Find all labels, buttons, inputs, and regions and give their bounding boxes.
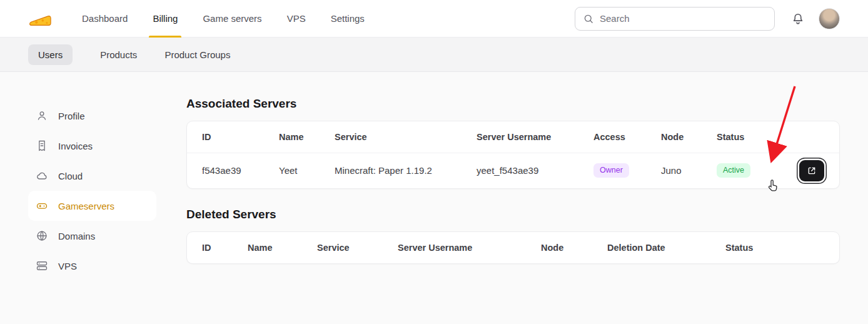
server-stack-icon [36,260,48,272]
sidebar-item-profile[interactable]: Profile [28,101,156,131]
cheese-logo-icon[interactable] [28,10,53,28]
sidebar-item-domains[interactable]: Domains [28,221,156,251]
search-box[interactable] [575,7,775,31]
sidebar-item-cloud[interactable]: Cloud [28,161,156,191]
invoice-icon [36,139,48,152]
cloud-icon [36,170,48,182]
col-node: Node [661,121,717,153]
sidebar-item-label: Gameservers [58,201,114,211]
col-id: ID [187,232,248,263]
table-header-row: ID Name Service Server Username Node Del… [187,232,839,263]
tab-product-groups[interactable]: Product Groups [164,44,230,65]
col-actions [779,121,839,153]
associated-servers-card: ID Name Service Server Username Access N… [186,121,840,189]
notifications-bell-icon[interactable] [791,12,805,26]
nav-item-settings[interactable]: Settings [318,0,377,38]
sidebar-item-label: Domains [58,231,95,241]
col-server-username: Server Username [477,121,593,153]
deleted-servers-card: ID Name Service Server Username Node Del… [186,231,840,264]
sidebar-item-vps[interactable]: VPS [28,251,156,281]
sidebar-item-gameservers[interactable]: Gameservers [28,191,156,221]
search-icon [583,13,594,24]
col-access: Access [593,121,661,153]
deleted-servers-table: ID Name Service Server Username Node Del… [187,232,839,263]
tab-users[interactable]: Users [28,44,73,65]
col-node: Node [541,232,607,263]
table-header-row: ID Name Service Server Username Access N… [187,121,839,153]
associated-servers-title: Associated Servers [186,97,840,111]
primary-nav: Dashboard Billing Game servers VPS Setti… [69,0,377,38]
deleted-servers-title: Deleted Servers [186,208,840,221]
tab-products[interactable]: Products [100,44,137,65]
user-sidebar: Profile Invoices Cloud [28,88,156,281]
col-status: Status [717,121,779,153]
sidebar-item-label: Cloud [58,171,83,181]
status-badge: Active [717,163,750,178]
col-server-username: Server Username [398,232,541,263]
globe-icon [36,230,48,242]
billing-subnav: Users Products Product Groups [0,38,868,72]
col-id: ID [187,121,279,153]
sidebar-item-invoices[interactable]: Invoices [28,131,156,161]
col-status: Status [725,232,839,263]
cell-id: f543ae39 [187,153,279,188]
access-badge: Owner [593,163,629,178]
sidebar-item-label: Invoices [58,141,93,151]
sidebar-item-label: VPS [58,261,77,271]
cell-access: Owner [593,153,661,188]
cell-server-username: yeet_f543ae39 [477,153,593,188]
nav-item-vps[interactable]: VPS [275,0,318,38]
cell-status: Active [717,153,779,188]
nav-item-billing[interactable]: Billing [140,0,190,38]
cell-service: Minecraft: Paper 1.19.2 [335,153,477,188]
col-service: Service [335,121,477,153]
cell-node: Juno [661,153,717,188]
top-navbar: Dashboard Billing Game servers VPS Setti… [0,0,868,38]
cell-name: Yeet [279,153,335,188]
gamepad-icon [36,200,48,212]
table-row: f543ae39 Yeet Minecraft: Paper 1.19.2 ye… [187,153,839,188]
sidebar-item-label: Profile [58,111,85,121]
nav-item-dashboard[interactable]: Dashboard [69,0,140,38]
col-service: Service [317,232,398,263]
external-link-icon [807,166,817,176]
nav-item-game-servers[interactable]: Game servers [190,0,274,38]
user-avatar[interactable] [819,8,840,29]
user-icon [36,109,48,122]
content-area: Associated Servers ID Name Service Serve… [186,88,840,264]
col-name: Name [248,232,317,263]
col-name: Name [279,121,335,153]
associated-servers-table: ID Name Service Server Username Access N… [187,121,839,188]
cell-actions [779,153,839,188]
col-deletion-date: Deletion Date [607,232,725,263]
main-area: Profile Invoices Cloud [0,72,868,281]
open-server-button[interactable] [799,160,824,181]
search-input[interactable] [600,13,767,24]
